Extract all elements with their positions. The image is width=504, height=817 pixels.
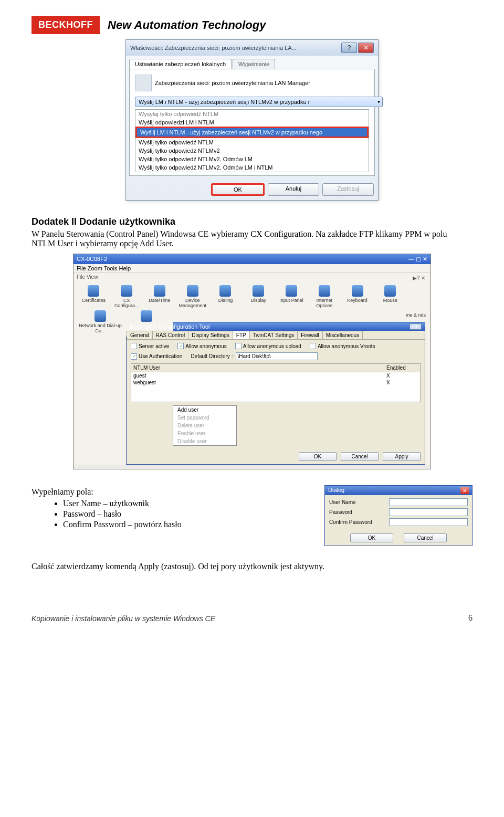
help-close-icons[interactable]: ▶? ✕ (411, 274, 427, 282)
default-dir-input[interactable] (236, 352, 318, 360)
tab-display[interactable]: Display Settings (188, 331, 233, 339)
cp-icon-datetime[interactable]: Date/Time (145, 285, 175, 308)
ok-button[interactable]: OK (350, 533, 393, 542)
menu-disable-user: Disable user (173, 437, 236, 445)
menu-delete-user: Delete user (173, 422, 236, 430)
bullet-password: Password – hasło (63, 509, 182, 519)
label-username: User Name (329, 499, 387, 505)
label-confirm: Confirm Password (329, 519, 387, 525)
paragraph: W Panelu Sterowania (Control Panel) Wind… (32, 229, 472, 248)
cp-icon-dialing[interactable]: Dialing (211, 285, 240, 308)
window-titlebar: CX-0C08F2 — ▢ ✕ (74, 254, 430, 264)
input-username[interactable] (389, 498, 468, 506)
footer-text: Kopiowanie i instalowanie pliku w system… (32, 614, 215, 623)
control-panel-window: CX-0C08F2 — ▢ ✕ File Zoom Tools Help Fil… (73, 254, 431, 469)
panel: Zabezpieczenia sieci: poziom uwierzyteln… (129, 69, 375, 176)
window-controls[interactable]: — ▢ ✕ (408, 256, 427, 263)
titlebar-ok-button[interactable]: OK (410, 323, 422, 330)
col-user: NTLM User (131, 364, 384, 372)
chk-anon-upload[interactable]: Allow anonymous upload (235, 343, 301, 349)
ok-button[interactable]: OK (299, 452, 337, 461)
policy-icon (135, 75, 152, 91)
cp-icon-mouse[interactable]: Mouse (375, 285, 405, 308)
chk-server-active[interactable]: Server active (131, 343, 169, 349)
menu-set-password: Set password (173, 414, 236, 422)
close-icon[interactable]: ✕ (460, 487, 469, 494)
input-confirm[interactable] (389, 518, 468, 526)
tab-twincat[interactable]: TwinCAT Settings (249, 331, 298, 339)
cp-icon-network[interactable]: Network and Dial-up Co... (79, 310, 122, 333)
tab-local-security[interactable]: Ustawianie zabezpieczeń lokalnych (129, 59, 232, 69)
cp-icon-truncated: me & nds (405, 310, 430, 318)
table-row[interactable]: guestX (131, 372, 420, 379)
list-item-highlighted[interactable]: Wyślij LM i NTLM - użyj zabezpieczeń ses… (135, 127, 369, 138)
cp-icon-keyboard[interactable]: Keyboard (342, 285, 372, 308)
tab-firewall[interactable]: Firewall (297, 331, 322, 339)
cp-icon-certificates[interactable]: Certificates (79, 285, 109, 308)
tab-general[interactable]: General (127, 331, 153, 339)
table-row[interactable]: webguestX (131, 379, 420, 386)
bullet-user: User Name – użytkownik (63, 499, 182, 508)
cp-icon-input-panel[interactable]: Input Panel (277, 285, 307, 308)
input-password[interactable] (389, 508, 468, 516)
cp-icon-device-mgmt[interactable]: Device Management (177, 285, 207, 308)
button-row: OK Anuluj Zastosuj (126, 179, 378, 200)
chk-anon-vroots[interactable]: Allow anonymous Vroots (310, 343, 375, 349)
closing-paragraph: Całość zatwierdzamy komendą Apply (zasto… (32, 562, 472, 571)
properties-dialog: Właściwości: Zabezpieczenia sieci: pozio… (125, 39, 379, 201)
tab-explanation[interactable]: Wyjaśnianie (233, 59, 275, 69)
list-item[interactable]: Wyślij tylko odpowiedź NTLMv2 (135, 146, 369, 155)
field-bullets: User Name – użytkownik Password – hasło … (42, 499, 182, 529)
apply-button[interactable]: Zastosuj (322, 183, 374, 196)
section-heading: Dodatek II Dodanie użytkownika (32, 216, 472, 227)
toolbar[interactable]: File View ▶? ✕ (74, 273, 430, 281)
dialog-title: Właściwości: Zabezpieczenia sieci: pozio… (130, 45, 297, 51)
fill-label: Wypełniamy pola: (32, 487, 182, 497)
cancel-button[interactable]: Cancel (341, 452, 379, 461)
ok-button[interactable]: OK (211, 183, 265, 196)
cx-config-window: Beckhoff CX Configuration Tool OK Genera… (126, 322, 425, 465)
list-item[interactable]: Wyślij odpowiedzi LM i NTLM (135, 118, 369, 127)
auth-level-list[interactable]: Wysyłaj tylko odpowiedź NTLM Wyślij odpo… (135, 109, 369, 172)
window-title: CX-0C08F2 (77, 256, 107, 263)
control-panel-icons: Certificates CX Configura... Date/Time D… (74, 281, 411, 310)
cx-config-titlebar: Beckhoff CX Configuration Tool OK (127, 322, 425, 331)
cp-icon-display[interactable]: Display (244, 285, 274, 308)
tab-ras[interactable]: RAS Control (152, 331, 189, 339)
label-password: Password (329, 509, 387, 515)
default-dir-label: Default Directory : (191, 353, 233, 359)
cp-icon-cx-config[interactable]: CX Configura... (112, 285, 142, 308)
cp-icon-hidden[interactable] (125, 310, 168, 333)
cancel-button[interactable]: Cancel (404, 533, 447, 542)
close-button[interactable]: ✕ (358, 43, 374, 53)
add-user-dialog: Dialog ✕ User Name Password Confirm Pass… (324, 485, 472, 546)
chk-use-auth[interactable]: ✓Use Authentication (131, 353, 182, 360)
policy-label: Zabezpieczenia sieci: poziom uwierzyteln… (155, 80, 310, 86)
dialog3-titlebar: Dialog ✕ (325, 486, 472, 495)
apply-button[interactable]: Apply (383, 452, 421, 461)
menu-bar[interactable]: File Zoom Tools Help (74, 264, 430, 273)
cx-config-buttons: OK Cancel Apply (127, 449, 425, 464)
chk-allow-anon[interactable]: ✓Allow anonymous (177, 343, 226, 349)
cancel-button[interactable]: Anuluj (268, 183, 319, 196)
help-button[interactable]: ? (341, 43, 357, 53)
tab-misc[interactable]: Miscellaneous (322, 331, 363, 339)
tab-ftp[interactable]: FTP (233, 331, 250, 339)
tabs: Ustawianie zabezpieczeń lokalnych Wyjaśn… (126, 56, 378, 69)
list-item[interactable]: Wyślij tylko odpowiedź NTLMv2. Odmów LM (135, 155, 369, 163)
menu-add-user[interactable]: Add user (173, 406, 236, 414)
cx-config-tabs: General RAS Control Display Settings FTP… (127, 331, 425, 340)
ntlm-user-table[interactable]: NTLM User Enabled guestX webguestX (131, 363, 421, 402)
page-title: New Automation Technology (108, 18, 266, 32)
page-number: 6 (468, 613, 472, 623)
logo: BECKHOFF (32, 16, 100, 34)
titlebar: Właściwości: Zabezpieczenia sieci: pozio… (126, 40, 378, 56)
auth-level-dropdown[interactable]: Wyślij LM i NTLM - użyj zabezpieczeń ses… (135, 97, 383, 107)
cx-config-title: Beckhoff CX Configuration Tool (130, 323, 209, 330)
list-item[interactable]: Wyślij tylko odpowiedź NTLMv2. Odmów LM … (135, 163, 369, 172)
list-item[interactable]: Wysyłaj tylko odpowiedź NTLM (135, 110, 369, 118)
context-menu: Add user Set password Delete user Enable… (173, 405, 237, 446)
cp-icon-internet[interactable]: Internet Options (309, 285, 339, 308)
toolbar-items[interactable]: File View (77, 274, 98, 280)
list-item[interactable]: Wyślij tylko odpowiedź NTLM (135, 138, 369, 146)
